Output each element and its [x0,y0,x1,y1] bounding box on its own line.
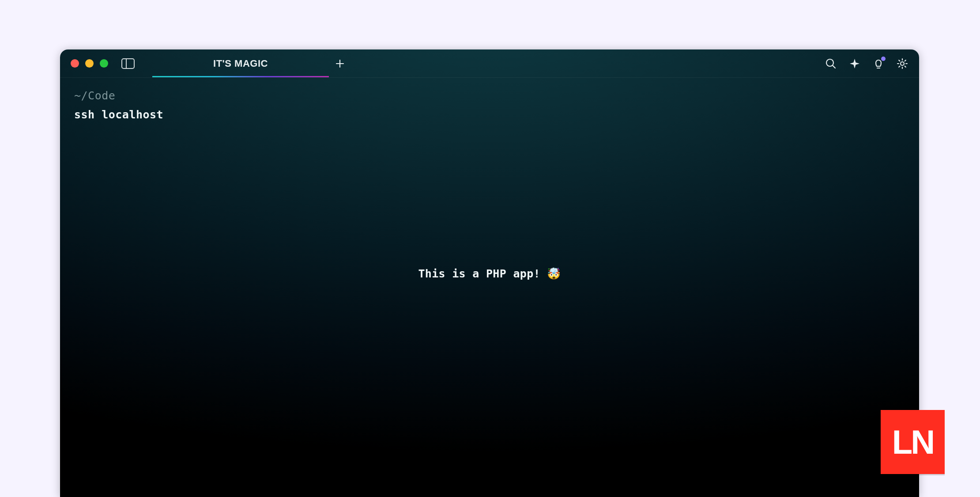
toolbar-right [825,49,908,77]
svg-point-7 [901,62,904,65]
svg-line-5 [833,65,835,68]
brand-logo-text: LN [892,423,933,461]
close-button[interactable] [71,59,79,68]
new-tab-button[interactable] [329,49,351,77]
center-message: This is a PHP app! 🤯 [418,267,561,280]
minimize-button[interactable] [85,59,94,68]
panel-toggle-icon[interactable] [121,58,135,69]
cwd-prompt: ~/Code [74,89,905,102]
bulb-icon[interactable] [872,57,885,70]
search-icon[interactable] [825,57,837,70]
notification-dot-icon [881,57,886,61]
svg-rect-0 [122,59,134,68]
brand-logo: LN [881,410,945,474]
tab-bar: IT'S MAGIC [152,49,351,77]
tab-title: IT'S MAGIC [213,58,268,69]
tab-active[interactable]: IT'S MAGIC [152,49,329,77]
sparkle-icon[interactable] [848,57,861,70]
command-line: ssh localhost [74,108,905,121]
zoom-button[interactable] [100,59,108,68]
gear-icon[interactable] [896,57,908,70]
traffic-lights [60,59,108,68]
terminal-window: IT'S MAGIC [60,49,919,497]
titlebar: IT'S MAGIC [60,49,919,78]
terminal-body[interactable]: ~/Code ssh localhost [60,78,919,133]
